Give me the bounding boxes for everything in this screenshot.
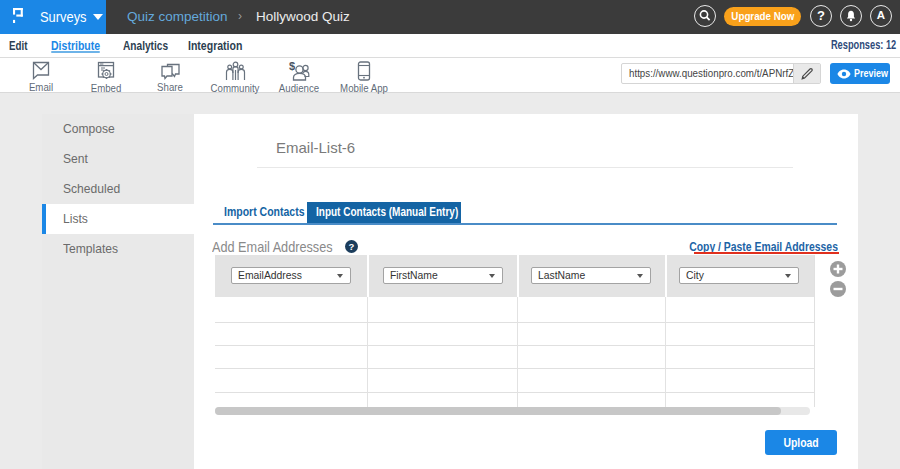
svg-text:$: $ [289, 61, 295, 72]
